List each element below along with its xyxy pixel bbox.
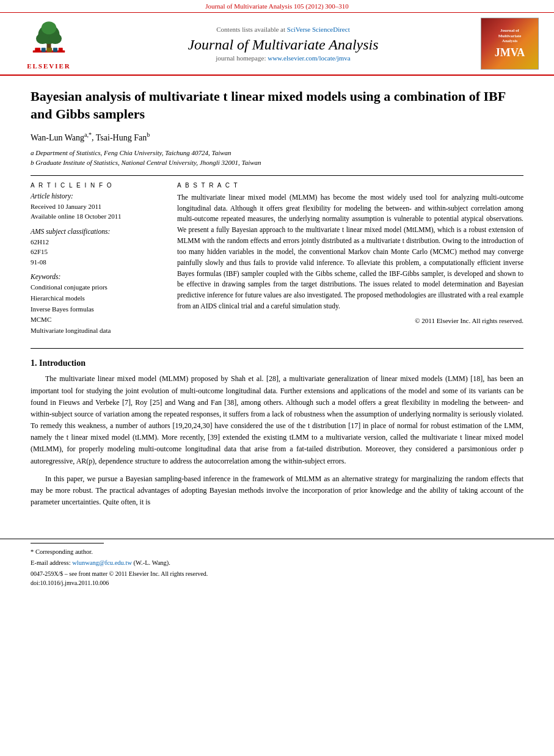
intro-paragraph-1: The multivariate linear mixed model (MLM… (31, 373, 523, 467)
header-divider (31, 175, 523, 176)
article-info-heading: A R T I C L E I N F O (31, 182, 165, 189)
abstract-divider (31, 348, 523, 349)
main-content: Bayesian analysis of multivariate t line… (0, 76, 554, 526)
received-date: Received 10 January 2011 (31, 202, 165, 212)
journal-header-center: Contents lists available at SciVerse Sci… (86, 26, 481, 62)
svg-rect-10 (53, 48, 57, 52)
email-address[interactable]: wlunwang@fcu.edu.tw (72, 559, 132, 566)
svg-rect-11 (59, 48, 63, 52)
jmva-cover-title: Journal ofMultivariateAnalysis (498, 28, 522, 43)
article-history-group: Article history: Received 10 January 201… (31, 192, 165, 222)
citation-text: Journal of Multivariate Analysis 105 (20… (205, 2, 349, 10)
homepage-url[interactable]: www.elsevier.com/locate/jmva (268, 54, 351, 62)
article-info-column: A R T I C L E I N F O Article history: R… (31, 182, 165, 342)
author-wan-lun: Wan-Lun Wang (31, 133, 84, 142)
available-date: Available online 18 October 2011 (31, 211, 165, 222)
svg-point-6 (42, 21, 57, 34)
ams-code-3: 91-08 (31, 257, 165, 267)
doi-line: doi:10.1016/j.jmva.2011.10.006 (31, 580, 523, 586)
svg-rect-8 (42, 48, 46, 52)
corresponding-label: * Corresponding author. (31, 548, 93, 555)
copyright-notice: © 2011 Elsevier Inc. All rights reserved… (177, 317, 523, 324)
doi-text: doi:10.1016/j.jmva.2011.10.006 (31, 580, 109, 586)
jmva-cover-acronym: JMVA (495, 46, 525, 59)
journal-header: ELSEVIER Contents lists available at Sci… (0, 13, 554, 76)
license-line: 0047-259X/$ – see front matter © 2011 El… (31, 570, 523, 577)
keywords-title: Keywords: (31, 273, 165, 280)
ams-code-2: 62F15 (31, 247, 165, 257)
ams-code-1: 62H12 (31, 237, 165, 247)
author-a-sup: a,* (84, 131, 92, 138)
keyword-1: Conditional conjugate priors (31, 282, 165, 293)
abstract-column: A B S T R A C T The multivariate linear … (177, 182, 523, 342)
contents-label: Contents lists available at (216, 26, 285, 33)
elsevier-logo: ELSEVIER (12, 18, 86, 70)
affiliations: a Department of Statistics, Feng Chia Un… (31, 148, 523, 168)
email-note: E-mail address: wlunwang@fcu.edu.tw (W.-… (31, 558, 523, 568)
email-label: E-mail address: (31, 559, 71, 566)
abstract-heading: A B S T R A C T (177, 182, 523, 189)
journal-homepage: journal homepage: www.elsevier.com/locat… (86, 54, 481, 62)
ams-group: AMS subject classifications: 62H12 62F15… (31, 228, 165, 267)
keywords-group: Keywords: Conditional conjugate priors H… (31, 273, 165, 336)
keyword-5: Multivariate longitudinal data (31, 325, 165, 336)
homepage-label: journal homepage: (216, 54, 266, 62)
keyword-3: Inverse Bayes formulas (31, 304, 165, 315)
license-text: 0047-259X/$ – see front matter © 2011 El… (31, 570, 208, 577)
elsevier-tree-icon (27, 18, 70, 61)
journal-title: Journal of Multivariate Analysis (86, 37, 481, 53)
authors-line: Wan-Lun Wanga,*, Tsai-Hung Fanb (31, 131, 523, 143)
email-suffix: (W.-L. Wang). (134, 559, 170, 566)
journal-citation-bar: Journal of Multivariate Analysis 105 (20… (0, 0, 554, 13)
keyword-4: MCMC (31, 314, 165, 325)
section-title-text: Introduction (39, 358, 86, 368)
svg-rect-9 (47, 48, 53, 52)
footer-divider (31, 543, 104, 543)
sciverse-link[interactable]: SciVerse ScienceDirect (287, 26, 350, 33)
keyword-2: Hierarchical models (31, 293, 165, 304)
article-info-abstract-section: A R T I C L E I N F O Article history: R… (31, 182, 523, 342)
author-tsai-hung: Tsai-Hung Fan (96, 133, 147, 142)
svg-point-4 (36, 33, 49, 44)
abstract-text: The multivariate linear mixed model (MLM… (177, 192, 523, 312)
svg-point-5 (49, 33, 62, 44)
keywords-list: Conditional conjugate priors Hierarchica… (31, 282, 165, 336)
article-title: Bayesian analysis of multivariate t line… (31, 88, 523, 123)
affiliation-b: b Graduate Institute of Statistics, Nati… (31, 158, 523, 168)
ams-title: AMS subject classifications: (31, 228, 165, 235)
svg-rect-7 (35, 48, 40, 52)
history-title: Article history: (31, 192, 165, 200)
section-number: 1. (31, 358, 37, 368)
affiliation-a: a Department of Statistics, Feng Chia Un… (31, 148, 523, 158)
page-footer: * Corresponding author. E-mail address: … (0, 539, 554, 586)
jmva-cover-image: Journal ofMultivariateAnalysis JMVA (481, 18, 542, 70)
elsevier-label: ELSEVIER (27, 62, 71, 70)
intro-paragraph-2: In this paper, we pursue a Bayesian samp… (31, 473, 523, 509)
introduction-heading: 1. Introduction (31, 358, 523, 368)
author-b-sup: b (147, 131, 150, 138)
contents-line: Contents lists available at SciVerse Sci… (86, 26, 481, 33)
corresponding-author-note: * Corresponding author. (31, 547, 523, 557)
